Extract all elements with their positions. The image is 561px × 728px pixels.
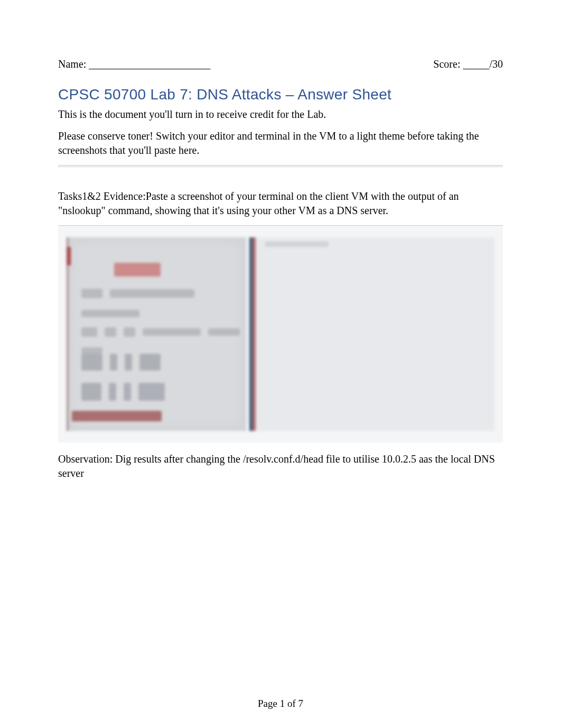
screenshot-inner bbox=[67, 237, 494, 431]
name-field-label: Name: _______________________ bbox=[58, 58, 210, 70]
intro-line-1: This is the document you'll turn in to r… bbox=[58, 107, 503, 122]
task-evidence-paragraph: Tasks1&2 Evidence:Paste a screenshot of … bbox=[58, 189, 503, 218]
document-page: Name: _______________________ Score: ___… bbox=[0, 0, 561, 728]
header-row: Name: _______________________ Score: ___… bbox=[58, 58, 503, 70]
intro-line-2: Please conserve toner! Switch your edito… bbox=[58, 129, 503, 158]
screenshot-left-pane bbox=[67, 237, 246, 431]
observation-body: Dig results after changing the /resolv.c… bbox=[58, 453, 495, 479]
page-title: CPSC 50700 Lab 7: DNS Attacks – Answer S… bbox=[58, 86, 503, 103]
page-footer: Page 1 of 7 bbox=[0, 698, 561, 709]
observation-paragraph: Observation: Dig results after changing … bbox=[58, 452, 503, 481]
screenshot-right-pane bbox=[249, 237, 494, 431]
observation-label: Observation: bbox=[58, 453, 113, 465]
task-evidence-label: Tasks1&2 Evidence: bbox=[58, 190, 146, 202]
score-field-label: Score: _____/30 bbox=[433, 58, 503, 70]
section-divider bbox=[58, 165, 503, 168]
embedded-screenshot bbox=[58, 225, 503, 443]
